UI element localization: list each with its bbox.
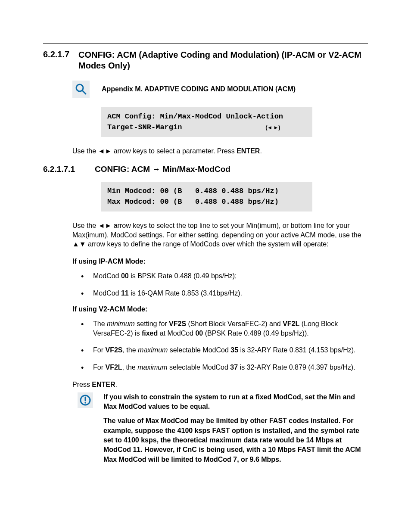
text: . bbox=[115, 381, 117, 388]
list-item: For VF2S, the maximum selectable ModCod … bbox=[81, 345, 368, 355]
instruction-para-1: Use the ◄► arrow keys to select a parame… bbox=[72, 146, 368, 156]
code2-line1: Min Modcod: 00 (B 0.488 0.488 bps/Hz) bbox=[107, 187, 279, 195]
section-number: 6.2.1.7 bbox=[43, 50, 78, 59]
bold-text: 00 bbox=[195, 330, 203, 337]
section-title: CONFIG: ACM (Adaptive Coding and Modulat… bbox=[78, 50, 368, 71]
subsection-number: 6.2.1.7.1 bbox=[43, 165, 95, 174]
svg-point-4 bbox=[84, 402, 86, 404]
text: is 32-ARY Rate 0.831 (4.153 bps/Hz). bbox=[238, 346, 355, 354]
bold-text: fixed bbox=[142, 330, 158, 337]
text: Min/Max-ModCod bbox=[160, 165, 230, 174]
list-item: ModCod 11 is 16-QAM Rate 0.853 (3.41bps/… bbox=[81, 289, 368, 298]
bold-text: 37 bbox=[230, 364, 238, 371]
note-block-1: If you wish to constrain the system to r… bbox=[78, 392, 368, 411]
left-right-arrows-icon: ◄► bbox=[98, 222, 112, 229]
lcd-display-acm-config: ACM Config: Min/Max-ModCod Unlock-Action… bbox=[101, 107, 312, 137]
list-item: For VF2L, the maximum selectable ModCod … bbox=[81, 363, 368, 372]
appendix-label: Appendix M. ADAPTIVE CODING AND MODULATI… bbox=[102, 85, 296, 93]
up-down-arrows-icon: ▲▼ bbox=[72, 240, 86, 248]
text: is 32-ARY Rate 0.879 (4.397 bps/Hz). bbox=[238, 364, 355, 371]
ip-acm-bullet-list: ModCod 00 is BPSK Rate 0.488 (0.49 bps/H… bbox=[81, 271, 368, 298]
ip-acm-mode-label: If using IP-ACM Mode: bbox=[72, 258, 368, 265]
bold-text: VF2L bbox=[105, 364, 122, 371]
text: . bbox=[260, 147, 262, 155]
text: arrow keys to select a parameter. Press bbox=[112, 147, 237, 155]
code2-line2: Max Modcod: 00 (B 0.488 0.488 bps/Hz) bbox=[107, 198, 279, 206]
subsection-title: CONFIG: ACM → Min/Max-ModCod bbox=[95, 165, 230, 174]
text: Use the bbox=[72, 222, 98, 229]
text: selectable ModCod bbox=[168, 364, 230, 371]
code1-line2-left: Target-SNR-Margin bbox=[107, 123, 182, 131]
appendix-row: Appendix M. ADAPTIVE CODING AND MODULATI… bbox=[72, 81, 368, 98]
bold-text: 35 bbox=[230, 346, 238, 354]
text: at ModCod bbox=[158, 330, 195, 337]
alert-icon bbox=[78, 392, 93, 408]
left-right-arrows-icon: ◄► bbox=[98, 147, 112, 155]
text: arrow keys to define the range of ModCod… bbox=[86, 240, 329, 248]
text: ModCod bbox=[93, 289, 121, 297]
text: CONFIG: ACM bbox=[95, 165, 152, 174]
bold-text: VF2L bbox=[283, 320, 299, 327]
section-heading: 6.2.1.7 CONFIG: ACM (Adaptive Coding and… bbox=[43, 50, 368, 71]
nav-arrows-icon: (◂ ▸) bbox=[265, 124, 281, 131]
text: arrow keys to select the top line to set… bbox=[72, 222, 361, 239]
text: The bbox=[93, 320, 107, 327]
text: selectable ModCod bbox=[168, 346, 230, 354]
italic-text: maximum bbox=[137, 364, 167, 371]
enter-key-label: ENTER bbox=[237, 147, 260, 155]
bold-text: VF2S bbox=[105, 346, 122, 354]
list-item: The minimum setting for VF2S (Short Bloc… bbox=[81, 319, 368, 338]
code1-line1: ACM Config: Min/Max-ModCod Unlock-Action bbox=[107, 112, 283, 121]
italic-text: maximum bbox=[138, 346, 168, 354]
document-page: 6.2.1.7 CONFIG: ACM (Adaptive Coding and… bbox=[0, 0, 411, 532]
note-text-1: If you wish to constrain the system to r… bbox=[103, 392, 368, 411]
instruction-para-2: Use the ◄► arrow keys to select the top … bbox=[72, 221, 368, 249]
text: (Short Block VersaFEC-2) and bbox=[186, 320, 283, 327]
enter-key-label: ENTER bbox=[92, 381, 115, 388]
list-item: ModCod 00 is BPSK Rate 0.488 (0.49 bps/H… bbox=[81, 271, 368, 281]
text: setting for bbox=[135, 320, 169, 327]
text: For bbox=[93, 364, 105, 371]
italic-text: minimum bbox=[107, 320, 135, 327]
text: , the bbox=[122, 346, 138, 354]
top-rule bbox=[43, 43, 368, 44]
text: , the bbox=[122, 364, 138, 371]
text: For bbox=[93, 346, 105, 354]
svg-line-1 bbox=[82, 90, 86, 94]
v2-acm-bullet-list: The minimum setting for VF2S (Short Bloc… bbox=[81, 319, 368, 372]
press-enter-para: Press ENTER. bbox=[72, 380, 368, 389]
text: Press bbox=[72, 381, 92, 388]
magnifier-icon bbox=[72, 81, 90, 98]
right-arrow-icon: → bbox=[152, 165, 160, 174]
subsection-heading: 6.2.1.7.1 CONFIG: ACM → Min/Max-ModCod bbox=[43, 165, 368, 174]
v2-acm-mode-label: If using V2-ACM Mode: bbox=[72, 305, 368, 313]
modcod-value: 11 bbox=[121, 289, 129, 297]
note-text-2: The value of Max ModCod may be limited b… bbox=[103, 416, 368, 464]
text: is 16-QAM Rate 0.853 (3.41bps/Hz). bbox=[129, 289, 242, 297]
modcod-value: 00 bbox=[121, 272, 129, 280]
bold-text: VF2S bbox=[169, 320, 186, 327]
bottom-rule bbox=[43, 506, 368, 506]
text: is BPSK Rate 0.488 (0.49 bps/Hz); bbox=[129, 272, 237, 280]
text: Use the bbox=[72, 147, 98, 155]
text: (BPSK Rate 0.489 (0.49 bps/Hz)). bbox=[203, 330, 308, 337]
lcd-display-modcod: Min Modcod: 00 (B 0.488 0.488 bps/Hz) Ma… bbox=[101, 182, 312, 212]
text: ModCod bbox=[93, 272, 121, 280]
